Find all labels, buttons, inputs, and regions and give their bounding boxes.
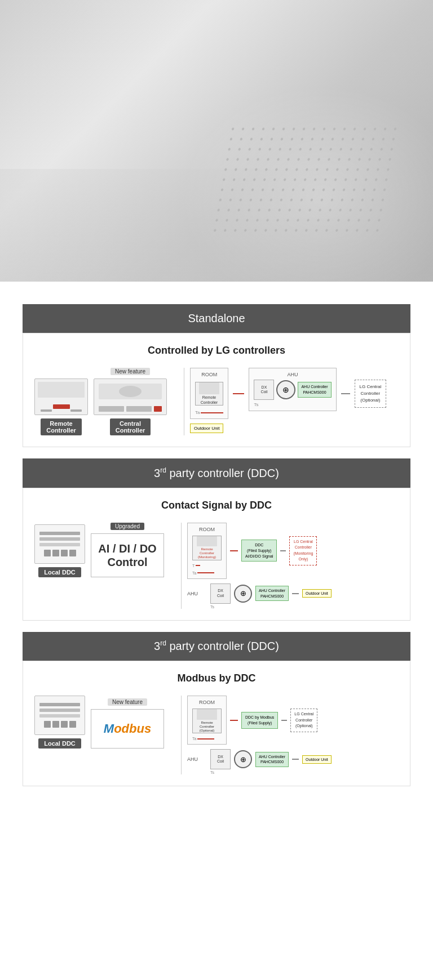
ahu-controller-ddc2: AHU ControllerPAHCMS000 [255, 752, 289, 768]
lg-central-ddc2: LG CentralController(Optional) [290, 709, 317, 732]
arrow-ddc-lg [280, 550, 286, 551]
ddc1-controllers: Local DDC Upgraded AI / DI / DOControl [34, 523, 175, 577]
ddc2-header: 3rd party controller (DDC) [23, 632, 410, 661]
room-block-ddc1: ROOM RemoteController(Monitoring) T [187, 523, 227, 579]
local-ddc-badge-1: Local DDC [38, 567, 81, 577]
modbus-item: New feature Modbus [91, 698, 164, 749]
modbus-title: Modbus by DDC [34, 672, 399, 684]
standalone-header: Standalone [23, 304, 410, 333]
remote-ctrl-diag-ddc2: RemoteController(Optional) [192, 709, 222, 733]
central-controller-item: New feature Central Controller [94, 368, 167, 435]
arrow-ddc-lg-ddc2 [281, 720, 287, 721]
divider-standalone [184, 368, 184, 435]
local-ddc-item-2: Local DDC [34, 696, 85, 749]
dx-coil-ddc1: DXCoil [210, 583, 231, 604]
upgraded-badge: Upgraded [111, 523, 144, 530]
outdoor-unit-ddc2: Outdoor Unit [302, 755, 332, 764]
ddc2-controllers: Local DDC New feature Modbus [34, 696, 175, 749]
central-controller-image [94, 378, 167, 415]
lg-central-ddc1: LG CentralController(MonitoringOnly) [289, 536, 317, 565]
local-ddc-image-1 [34, 524, 85, 564]
remote-controller-badge: Remote Controller [41, 418, 82, 435]
fan-icon-ddc2: ⊕ [234, 750, 252, 768]
central-controller-badge: Central Controller [110, 418, 151, 435]
outdoor-unit-ddc1: Outdoor Unit [302, 589, 332, 598]
aididio-text: AI / DI / DOControl [98, 542, 156, 569]
ddc1-diagram: ROOM RemoteController(Monitoring) T [187, 523, 399, 609]
ddc2-diagram: ROOM RemoteController(Optional) Ta [187, 696, 399, 774]
aididio-box: AI / DI / DOControl [91, 533, 164, 577]
local-ddc-image-2 [34, 696, 85, 735]
arrow-to-ahu-standalone [233, 393, 244, 394]
ddc-signal-block: DDC(Filed Supply)AI/DI/DO Signal [241, 540, 277, 562]
hero-section [0, 0, 433, 282]
remote-ctrl-diag-ddc1: RemoteController(Monitoring) [192, 536, 222, 560]
arrow-room-ddc-ddc2 [230, 720, 238, 721]
modbus-logo-box: Modbus [91, 709, 164, 749]
divider-ddc2 [181, 696, 182, 774]
ddc-modbus-block: DDC by Modbus(Filed Supply) [241, 712, 278, 729]
arrow-to-outdoor-standalone [341, 393, 350, 394]
local-ddc-badge-2: Local DDC [38, 738, 81, 749]
contact-signal-title: Contact Signal by DDC [34, 500, 399, 511]
divider-ddc1 [181, 523, 182, 609]
ahu-row-ddc2: AHU DXCoil ⊕ AHU ControllerPAHCMS000 Out… [187, 749, 399, 769]
ahu-row-ddc1: AHU DXCoil ⊕ AHU ControllerPAHCMS000 Out… [187, 583, 399, 604]
ddc1-header: 3rd party controller (DDC) [23, 458, 410, 488]
remote-controller-item: Remote Controller [34, 378, 88, 435]
ahu-controller-ddc1: AHU ControllerPAHCMS000 [255, 586, 289, 602]
remote-controller-image [34, 378, 88, 415]
room-block-standalone: ROOM RemoteController Ta [190, 368, 228, 419]
controlled-by-lg-title: Controlled by LG controllers [34, 345, 399, 357]
fan-icon-standalone: ⊕ [276, 380, 295, 399]
local-ddc-item-1: Local DDC [34, 524, 85, 577]
standalone-controllers: Remote Controller New feature [34, 368, 178, 435]
hero-dots [209, 124, 397, 237]
ahu-inner-standalone: DXCoil ⊕ AHU ControllerPAHCMS000 [254, 380, 331, 400]
room-inner-standalone: RemoteController [195, 382, 223, 406]
new-feature-badge-standalone: New feature [111, 368, 150, 375]
arrow-room-ahu-ddc1 [230, 550, 238, 551]
aididio-item: Upgraded AI / DI / DOControl [91, 523, 164, 577]
standalone-diagram: ROOM RemoteController Ta [190, 368, 399, 433]
room-block-ddc2: ROOM RemoteController(Optional) Ta [187, 696, 227, 745]
lg-central-standalone: LG CentralController(Optional) [355, 380, 387, 408]
ahu-block-standalone: AHU DXCoil ⊕ AHU ControllerPAHCMS000 Ts [249, 368, 336, 411]
outdoor-unit-standalone: Outdoor Unit [190, 424, 223, 433]
ahu-controller-standalone: AHU ControllerPAHCMS000 [298, 382, 331, 398]
dx-coil-ddc2: DXCoil [210, 749, 231, 769]
new-feature-badge-ddc2: New feature [108, 698, 147, 706]
fan-icon-ddc1: ⊕ [234, 585, 252, 603]
modbus-logo-text: Modbus [104, 721, 151, 736]
remote-ctrl-diag-standalone: RemoteController [195, 382, 223, 406]
dx-coil-standalone: DXCoil [254, 380, 274, 400]
